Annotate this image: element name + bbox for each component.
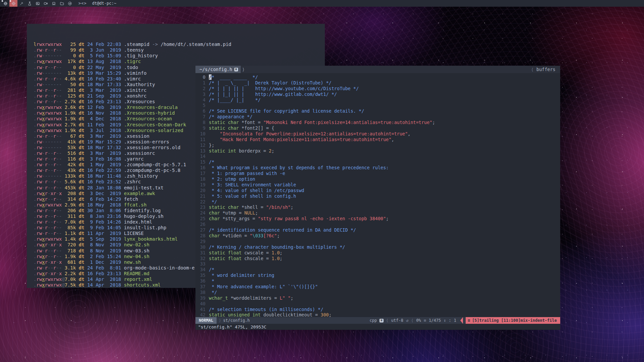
code-line: 9static char *font2[] = { [195, 125, 560, 131]
file-size: 1.1k [65, 231, 76, 236]
file-permissions: lrwxrwxrwx [34, 42, 65, 47]
filetype-icon: H [379, 319, 383, 322]
code-line: 23static char *shell = "/bin/sh"; [195, 204, 560, 210]
lint-warnings-badge: ≡ [5]trailing [11:100]mix-indent-file [466, 317, 560, 324]
file-name: .yarnrc [124, 156, 144, 162]
powerline-arrow-icon [460, 317, 463, 324]
file-size: 681 [65, 259, 76, 265]
tab-config-h[interactable]: ~/s/config.h H [195, 66, 241, 73]
file-name: org-mode-basics-in-doom-e [124, 265, 195, 270]
file-date: 13 Aug 2018 [87, 59, 121, 64]
code-line: 39wchar_t *worddelimiters = L" "; [195, 295, 560, 301]
file-permissions: .rwxrwxrwx [34, 236, 65, 242]
topbar-icons [0, 0, 74, 7]
flask-icon[interactable] [25, 0, 34, 7]
line-number: 24 [195, 210, 209, 216]
file-name: .zcompdump-dt-pc-5.8 [124, 168, 181, 173]
globe-icon[interactable] [1, 0, 9, 7]
file-date: 5 Sep 2019 [87, 236, 121, 242]
filetype-label: cpp [369, 318, 377, 323]
file-permissions: .rwxrwxrwx [34, 128, 65, 133]
file-size: 17k [65, 59, 76, 64]
file-size: 2.2k [65, 271, 76, 277]
file-name: fetch [124, 196, 138, 202]
file-date: 24 Feb 22:03 [87, 42, 121, 47]
file-date: 24 Feb 8:01 [87, 265, 121, 271]
file-size: 281 [65, 87, 76, 93]
file-size: 1.4k [65, 236, 76, 242]
vim-window[interactable]: ~/s/config.h H ⟩ ⟨ buffers 0/* ____ ____… [195, 66, 560, 330]
file-name: .tig_history [124, 53, 158, 58]
file-owner: dt [76, 185, 87, 190]
file-permissions: .rw-r--r-- [34, 156, 65, 162]
file-size: 0 [65, 65, 76, 70]
file-owner: dt [76, 128, 87, 133]
focused-window-title: dt@dt-pc:~ [92, 1, 116, 6]
line-number: 6 [195, 108, 209, 114]
file-date: 3 Jul 2018 [87, 128, 121, 133]
column-number: 1 [454, 318, 456, 323]
line-number: 34 [195, 267, 209, 273]
code-line: 37 * More advanced example: L" `'\"()[]{… [195, 284, 560, 290]
file-permissions: .rw------- [34, 139, 65, 145]
scroll-percent: 0% [416, 318, 421, 323]
file-permissions: .rw-r--r-- [34, 179, 65, 185]
file-date: 18 Mar 17:32 [87, 145, 121, 150]
target-icon[interactable] [9, 0, 17, 7]
code-line: 31static float cwscale = 1.0; [195, 250, 560, 256]
file-date: 28 Jan 18:08 [87, 185, 121, 191]
file-size: 42k [65, 162, 76, 168]
file-date: 5 Feb 15:09 [87, 53, 121, 59]
code-line: 17 * 1: program passed with -e [195, 171, 560, 176]
file-size: 13k [65, 70, 76, 76]
code-line: 5 [195, 103, 560, 108]
file-name: .xsession [124, 133, 150, 139]
line-number: 11 [195, 137, 209, 142]
line-number: 16 [195, 165, 209, 171]
file-date: 8 Nov 2019 [87, 248, 121, 254]
file-permissions: .rw------- [34, 145, 65, 150]
code-line: 0/* ____ _____ */ [195, 74, 560, 80]
file-name: index.html [124, 219, 152, 225]
file-owner: dt [76, 87, 87, 93]
file-date: 3 Mar 2019 [87, 133, 121, 139]
line-number: 19 [195, 182, 209, 188]
code-line: 13static int borderpx = 2; [195, 148, 560, 154]
file-name: .Xresources-solarized [124, 128, 183, 133]
file-owner: dt [76, 122, 87, 127]
file-name: ffcat.sh [124, 202, 147, 207]
code-line: 27/* identification sequence returned in… [195, 227, 560, 233]
code-line: 29 [195, 239, 560, 244]
chevron-left-icon: ⟨ [386, 318, 389, 323]
file-owner: dt [76, 150, 87, 156]
line-number: 27 [195, 227, 209, 233]
line-number: 5 [195, 103, 209, 108]
picker-icon[interactable] [17, 0, 25, 7]
image-icon[interactable] [34, 0, 42, 7]
file-name: .todo [124, 65, 138, 70]
send-icon[interactable] [66, 0, 74, 7]
laptop-icon[interactable] [50, 0, 58, 7]
file-owner: dt [76, 82, 87, 87]
file-name: .Xresources-hybrid [124, 110, 175, 116]
code-line: 4/* |____/ |_| */ [195, 97, 560, 103]
lines-icon: ≡ [424, 318, 426, 323]
code-line: 42static unsigned int doubleclicktimeout… [195, 312, 560, 317]
file-date: 30 Jan 8:06 [87, 208, 121, 214]
chevron-left-icon: ⟨ [411, 318, 413, 323]
file-permissions: .rw-r--r-- [34, 47, 65, 53]
file-date: 3 Jun 2019 [87, 47, 121, 53]
folder-icon[interactable] [58, 0, 66, 7]
code-area[interactable]: 0/* ____ _____ */1/* | _ \_ _| Derek Tay… [195, 73, 560, 317]
code-line: 34/* [195, 267, 560, 273]
line-number: 9 [195, 125, 209, 131]
file-size: 1.9k [65, 254, 76, 259]
camera-icon[interactable] [42, 0, 50, 7]
code-line: 36 * [195, 278, 560, 284]
line-number: 35 [195, 273, 209, 278]
buffers-label[interactable]: buffers [536, 67, 555, 72]
workspace-marker [2, 0, 3, 2]
tab-separator-icon: ⟩ [241, 67, 246, 72]
line-number: 2 [195, 86, 209, 92]
file-owner: dt [76, 214, 87, 219]
